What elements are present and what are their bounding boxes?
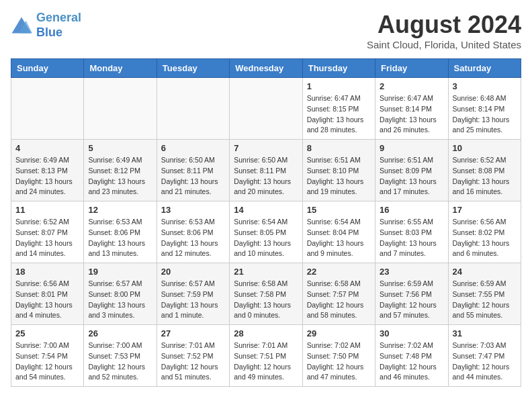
day-info-25: Sunrise: 7:00 AMSunset: 7:54 PMDaylight:… (15, 340, 79, 383)
day-number-14: 14 (234, 205, 298, 215)
week-row-5: 25Sunrise: 7:00 AMSunset: 7:54 PMDayligh… (11, 325, 521, 387)
day-info-23: Sunrise: 6:59 AMSunset: 7:56 PMDaylight:… (380, 279, 443, 321)
day-info-24: Sunrise: 6:59 AMSunset: 7:55 PMDaylight:… (453, 279, 517, 321)
day-cell-29: 29Sunrise: 7:02 AMSunset: 7:50 PMDayligh… (302, 325, 375, 387)
day-number-31: 31 (453, 328, 517, 338)
day-cell-5: 5Sunrise: 6:49 AMSunset: 8:12 PMDaylight… (84, 140, 157, 201)
day-info-21: Sunrise: 6:58 AMSunset: 7:58 PMDaylight:… (234, 279, 298, 321)
header-wednesday: Wednesday (230, 59, 302, 78)
day-cell-7: 7Sunrise: 6:50 AMSunset: 8:11 PMDaylight… (230, 140, 302, 201)
day-info-12: Sunrise: 6:53 AMSunset: 8:06 PMDaylight:… (88, 217, 152, 259)
day-cell-19: 19Sunrise: 6:57 AMSunset: 8:00 PMDayligh… (84, 263, 157, 325)
day-number-11: 11 (15, 205, 79, 215)
day-info-30: Sunrise: 7:02 AMSunset: 7:48 PMDaylight:… (380, 340, 443, 383)
day-cell-4: 4Sunrise: 6:49 AMSunset: 8:13 PMDaylight… (11, 140, 84, 201)
week-row-4: 18Sunrise: 6:56 AMSunset: 8:01 PMDayligh… (11, 263, 521, 325)
week-row-1: 1Sunrise: 6:47 AMSunset: 8:15 PMDaylight… (11, 78, 521, 140)
day-info-14: Sunrise: 6:54 AMSunset: 8:05 PMDaylight:… (234, 217, 298, 259)
day-cell-2: 2Sunrise: 6:47 AMSunset: 8:14 PMDaylight… (375, 78, 448, 140)
day-number-5: 5 (88, 143, 152, 153)
day-number-21: 21 (234, 267, 298, 277)
day-info-8: Sunrise: 6:51 AMSunset: 8:10 PMDaylight:… (307, 155, 371, 197)
day-info-29: Sunrise: 7:02 AMSunset: 7:50 PMDaylight:… (307, 340, 371, 383)
day-number-26: 26 (88, 328, 152, 338)
calendar-table: SundayMondayTuesdayWednesdayThursdayFrid… (11, 58, 521, 387)
calendar-header-row: SundayMondayTuesdayWednesdayThursdayFrid… (11, 59, 521, 78)
calendar-title: August 2024 (367, 11, 521, 39)
day-info-20: Sunrise: 6:57 AMSunset: 7:59 PMDaylight:… (161, 279, 225, 321)
day-number-18: 18 (15, 267, 79, 277)
day-cell-3: 3Sunrise: 6:48 AMSunset: 8:14 PMDaylight… (448, 78, 521, 140)
calendar-subtitle: Saint Cloud, Florida, United States (367, 39, 521, 50)
day-info-19: Sunrise: 6:57 AMSunset: 8:00 PMDaylight:… (88, 279, 152, 321)
day-number-8: 8 (307, 143, 371, 153)
day-cell-18: 18Sunrise: 6:56 AMSunset: 8:01 PMDayligh… (11, 263, 84, 325)
day-info-28: Sunrise: 7:01 AMSunset: 7:51 PMDaylight:… (234, 340, 298, 383)
day-number-24: 24 (453, 267, 517, 277)
day-number-4: 4 (15, 143, 79, 153)
page-header: General Blue August 2024 Saint Cloud, Fl… (11, 11, 521, 50)
day-number-27: 27 (161, 328, 225, 338)
day-info-27: Sunrise: 7:01 AMSunset: 7:52 PMDaylight:… (161, 340, 225, 383)
day-number-19: 19 (88, 267, 152, 277)
empty-cell (157, 78, 229, 140)
day-number-22: 22 (307, 267, 371, 277)
day-info-7: Sunrise: 6:50 AMSunset: 8:11 PMDaylight:… (234, 155, 298, 197)
empty-cell (230, 78, 302, 140)
day-cell-26: 26Sunrise: 7:00 AMSunset: 7:53 PMDayligh… (84, 325, 157, 387)
day-info-11: Sunrise: 6:52 AMSunset: 8:07 PMDaylight:… (15, 217, 79, 259)
day-info-17: Sunrise: 6:56 AMSunset: 8:02 PMDaylight:… (453, 217, 517, 259)
day-info-10: Sunrise: 6:52 AMSunset: 8:08 PMDaylight:… (453, 155, 517, 197)
day-info-13: Sunrise: 6:53 AMSunset: 8:06 PMDaylight:… (161, 217, 225, 259)
day-cell-17: 17Sunrise: 6:56 AMSunset: 8:02 PMDayligh… (448, 201, 521, 263)
day-info-4: Sunrise: 6:49 AMSunset: 8:13 PMDaylight:… (15, 155, 79, 197)
header-friday: Friday (375, 59, 448, 78)
day-cell-31: 31Sunrise: 7:03 AMSunset: 7:47 PMDayligh… (448, 325, 521, 387)
day-info-3: Sunrise: 6:48 AMSunset: 8:14 PMDaylight:… (453, 93, 517, 136)
day-info-15: Sunrise: 6:54 AMSunset: 8:04 PMDaylight:… (307, 217, 371, 259)
logo-text: General Blue (36, 11, 81, 40)
day-number-12: 12 (88, 205, 152, 215)
day-number-29: 29 (307, 328, 371, 338)
day-cell-21: 21Sunrise: 6:58 AMSunset: 7:58 PMDayligh… (230, 263, 302, 325)
day-cell-27: 27Sunrise: 7:01 AMSunset: 7:52 PMDayligh… (157, 325, 229, 387)
day-number-10: 10 (453, 143, 517, 153)
day-cell-6: 6Sunrise: 6:50 AMSunset: 8:11 PMDaylight… (157, 140, 229, 201)
day-number-9: 9 (380, 143, 443, 153)
day-number-20: 20 (161, 267, 225, 277)
day-info-31: Sunrise: 7:03 AMSunset: 7:47 PMDaylight:… (453, 340, 517, 383)
day-cell-10: 10Sunrise: 6:52 AMSunset: 8:08 PMDayligh… (448, 140, 521, 201)
title-block: August 2024 Saint Cloud, Florida, United… (367, 11, 521, 50)
day-number-2: 2 (380, 81, 443, 91)
day-number-16: 16 (380, 205, 443, 215)
day-number-28: 28 (234, 328, 298, 338)
header-tuesday: Tuesday (157, 59, 229, 78)
day-number-23: 23 (380, 267, 443, 277)
day-number-25: 25 (15, 328, 79, 338)
day-number-1: 1 (307, 81, 371, 91)
day-cell-14: 14Sunrise: 6:54 AMSunset: 8:05 PMDayligh… (230, 201, 302, 263)
day-cell-23: 23Sunrise: 6:59 AMSunset: 7:56 PMDayligh… (375, 263, 448, 325)
header-sunday: Sunday (11, 59, 84, 78)
day-info-9: Sunrise: 6:51 AMSunset: 8:09 PMDaylight:… (380, 155, 443, 197)
day-cell-1: 1Sunrise: 6:47 AMSunset: 8:15 PMDaylight… (302, 78, 375, 140)
day-cell-8: 8Sunrise: 6:51 AMSunset: 8:10 PMDaylight… (302, 140, 375, 201)
day-cell-28: 28Sunrise: 7:01 AMSunset: 7:51 PMDayligh… (230, 325, 302, 387)
day-cell-24: 24Sunrise: 6:59 AMSunset: 7:55 PMDayligh… (448, 263, 521, 325)
empty-cell (84, 78, 157, 140)
day-cell-12: 12Sunrise: 6:53 AMSunset: 8:06 PMDayligh… (84, 201, 157, 263)
day-info-2: Sunrise: 6:47 AMSunset: 8:14 PMDaylight:… (380, 93, 443, 136)
day-info-26: Sunrise: 7:00 AMSunset: 7:53 PMDaylight:… (88, 340, 152, 383)
day-number-6: 6 (161, 143, 225, 153)
day-number-17: 17 (453, 205, 517, 215)
day-info-1: Sunrise: 6:47 AMSunset: 8:15 PMDaylight:… (307, 93, 371, 136)
day-cell-11: 11Sunrise: 6:52 AMSunset: 8:07 PMDayligh… (11, 201, 84, 263)
day-number-7: 7 (234, 143, 298, 153)
day-number-30: 30 (380, 328, 443, 338)
day-cell-16: 16Sunrise: 6:55 AMSunset: 8:03 PMDayligh… (375, 201, 448, 263)
day-cell-22: 22Sunrise: 6:58 AMSunset: 7:57 PMDayligh… (302, 263, 375, 325)
day-cell-30: 30Sunrise: 7:02 AMSunset: 7:48 PMDayligh… (375, 325, 448, 387)
empty-cell (11, 78, 84, 140)
day-cell-13: 13Sunrise: 6:53 AMSunset: 8:06 PMDayligh… (157, 201, 229, 263)
day-info-6: Sunrise: 6:50 AMSunset: 8:11 PMDaylight:… (161, 155, 225, 197)
